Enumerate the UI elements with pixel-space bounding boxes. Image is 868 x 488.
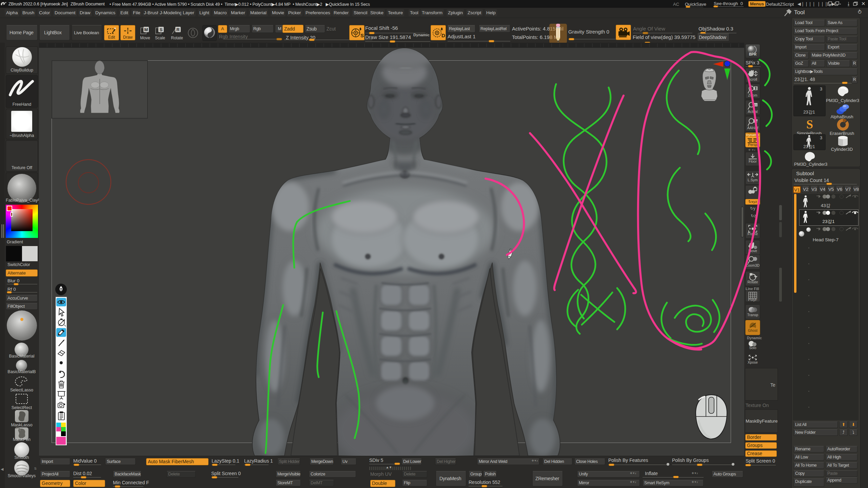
svg-text:S: S xyxy=(160,27,163,32)
svg-text:S: S xyxy=(806,118,813,131)
svg-text:x1: x1 xyxy=(754,103,757,106)
svg-text:D: D xyxy=(441,33,445,38)
svg-text:S: S xyxy=(360,33,364,38)
svg-text:M: M xyxy=(144,27,148,32)
svg-text:R: R xyxy=(176,27,180,32)
